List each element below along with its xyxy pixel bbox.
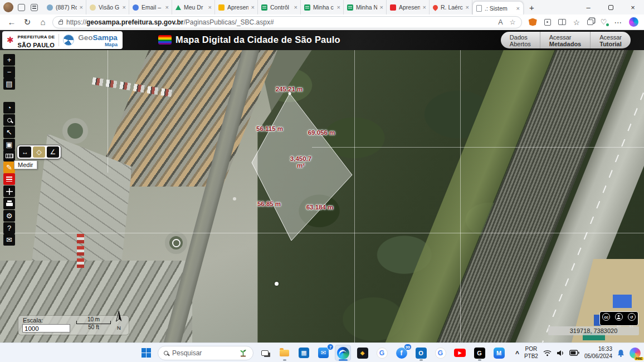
search-button[interactable] — [3, 114, 15, 126]
select-feature-button[interactable]: ↖ — [3, 126, 15, 138]
tab-close-icon[interactable]: × — [294, 4, 297, 11]
tab-sheets-3[interactable]: Minha N× — [344, 0, 387, 14]
new-tab-button[interactable]: + — [529, 3, 534, 12]
edge-button[interactable] — [335, 345, 351, 361]
tab-pdf[interactable]: Apresen× — [387, 0, 430, 14]
tab-drive[interactable]: Meu Dr× — [172, 0, 215, 14]
refresh-icon[interactable]: ↻ — [21, 17, 33, 27]
home-icon[interactable]: ⌂ — [37, 17, 49, 27]
save-button[interactable]: ▣ — [3, 139, 15, 150]
tab-sheets-2[interactable]: Minha c× — [301, 0, 344, 14]
zoom-in-button[interactable]: + — [3, 54, 15, 66]
microsoft-store-button[interactable]: ▦ — [296, 345, 312, 361]
measure-button[interactable] — [3, 150, 15, 162]
address-bar[interactable]: https://geosampa.prefeitura.sp.gov.br/Pa… — [52, 16, 522, 28]
windows-logo-icon — [142, 348, 151, 358]
tab-label: .: Sistem — [485, 5, 514, 12]
profile-avatar[interactable] — [3, 2, 13, 12]
measure-angle-button[interactable]: ∠ — [47, 146, 59, 158]
browser-essentials-icon[interactable]: ♡ — [601, 18, 607, 26]
tab-visao[interactable]: Visão G× — [86, 0, 129, 14]
tab-close-icon[interactable]: × — [380, 4, 383, 11]
acessar-metadados-button[interactable]: AcessarMetadados — [540, 32, 591, 48]
legend-button[interactable] — [3, 173, 15, 185]
tab-close-icon[interactable]: × — [251, 4, 255, 11]
locate-button[interactable]: ◔ — [3, 102, 15, 114]
tab-close-icon[interactable]: × — [80, 4, 83, 11]
clock[interactable]: 16:3305/06/2024 — [584, 346, 612, 360]
contact-button[interactable]: ✉ — [3, 234, 15, 246]
tab-actions-icon[interactable] — [31, 4, 38, 11]
map-viewport[interactable]: 245.21 m 56.115 m 69.056 m 3,450.7m² 56.… — [0, 50, 644, 343]
coordinates-button[interactable] — [3, 185, 15, 197]
tab-close-icon[interactable]: × — [516, 5, 520, 12]
outlook-button[interactable]: O — [413, 345, 429, 361]
settings-button[interactable]: ⚙ — [3, 210, 15, 222]
messenger-button[interactable]: M — [491, 345, 507, 361]
binance-button[interactable]: ◆ — [354, 345, 370, 361]
read-aloud-icon[interactable]: A — [498, 18, 502, 26]
notification-badge: 99 — [404, 344, 412, 350]
print-button[interactable] — [3, 198, 15, 209]
prefeitura-logo-icon: ✱ — [7, 35, 14, 45]
tab-close-icon[interactable]: × — [337, 4, 340, 11]
notification-bell-icon[interactable] — [617, 349, 625, 357]
file-explorer-button[interactable] — [276, 345, 292, 361]
collections-icon[interactable] — [587, 19, 593, 25]
maximize-button[interactable] — [599, 3, 622, 12]
copilot-icon[interactable] — [629, 17, 638, 27]
layers-button[interactable]: ▤ — [3, 78, 15, 90]
tab-sheets-1[interactable]: Contrôl× — [258, 0, 301, 14]
mail-button[interactable]: ✉7 — [315, 345, 331, 361]
tab-maps[interactable]: R. Laérc× — [430, 0, 472, 14]
extensions-icon[interactable] — [544, 19, 551, 26]
language-indicator[interactable]: PORPTB2 — [524, 346, 538, 360]
split-screen-icon[interactable] — [558, 19, 566, 25]
black-g-app-button[interactable]: G — [471, 345, 487, 361]
tray-chevron-icon[interactable]: ^ — [515, 350, 519, 358]
url-text[interactable]: https://geosampa.prefeitura.sp.gov.br/Pa… — [66, 18, 274, 26]
tab-strip: (887) Ro× Visão G× Email –× Meu Dr× Apre… — [0, 0, 644, 14]
logo-panel[interactable]: ✱ PREFEITURA DE SÃO PAULO GeoSampa Mapa — [2, 31, 123, 49]
close-button[interactable]: × — [622, 3, 644, 12]
workspaces-icon[interactable] — [18, 4, 25, 11]
browser-window: (887) Ro× Visão G× Email –× Meu Dr× Apre… — [0, 0, 644, 362]
measure-area-button[interactable]: ◇ — [33, 146, 45, 158]
help-button[interactable]: ? — [3, 222, 15, 234]
minimize-button[interactable]: – — [577, 3, 599, 12]
facebook-button[interactable]: f99 — [393, 345, 409, 361]
favorite-star-icon[interactable]: ☆ — [510, 18, 516, 26]
cc-license-badge[interactable]: cc BY ↺SA — [599, 311, 638, 326]
google-app-button[interactable]: G — [432, 345, 448, 361]
scale-input[interactable] — [22, 324, 70, 332]
tab-email[interactable]: Email –× — [129, 0, 172, 14]
battery-icon[interactable] — [569, 350, 579, 356]
tab-close-icon[interactable]: × — [208, 4, 212, 11]
dados-abertos-button[interactable]: DadosAbertos — [501, 32, 540, 48]
task-view-button[interactable] — [257, 345, 273, 361]
taskbar-search[interactable]: Pesquisar — [158, 346, 253, 360]
zoom-out-button[interactable]: − — [3, 66, 15, 78]
more-menu-icon[interactable]: ⋯ — [614, 18, 622, 27]
back-icon[interactable]: ← — [6, 17, 18, 27]
designer-app-icon[interactable]: PRE — [630, 348, 641, 359]
tab-close-icon[interactable]: × — [165, 4, 169, 11]
start-button[interactable] — [138, 345, 154, 361]
tab-close-icon[interactable]: × — [423, 4, 426, 11]
volume-icon[interactable] — [557, 350, 564, 356]
tab-close-icon[interactable]: × — [123, 4, 126, 11]
youtube-button[interactable]: ▶ — [452, 345, 468, 361]
tab-slides[interactable]: Apresen× — [215, 0, 258, 14]
google-button[interactable]: G — [374, 345, 390, 361]
acessar-tutorial-button[interactable]: AcessarTutorial — [591, 32, 631, 48]
tab-whatsapp[interactable]: (887) Ro× — [43, 0, 86, 14]
tab-label: Minha N — [356, 4, 377, 11]
medir-active-button[interactable]: ✎ — [3, 162, 15, 173]
favorites-bar-icon[interactable]: ☆ — [573, 18, 580, 27]
button-line2: Tutorial — [599, 41, 622, 47]
metamask-icon[interactable] — [529, 18, 537, 26]
tab-close-icon[interactable]: × — [466, 4, 469, 11]
wifi-icon[interactable] — [543, 350, 552, 356]
tab-geosampa-active[interactable]: .: Sistem× — [472, 1, 524, 14]
measure-distance-button[interactable]: ↔ — [19, 146, 31, 158]
